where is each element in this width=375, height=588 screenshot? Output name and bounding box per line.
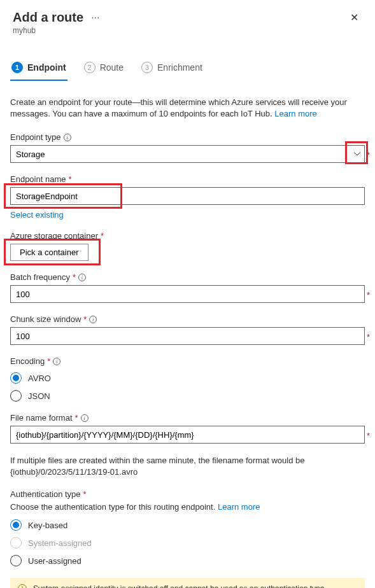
learn-more-link[interactable]: Learn more <box>274 109 316 118</box>
auth-key-based-radio[interactable]: Key-based <box>10 519 365 531</box>
tab-label: Endpoint <box>27 62 66 73</box>
batch-frequency-label: Batch frequency <box>10 272 70 282</box>
encoding-json-radio[interactable]: JSON <box>10 390 365 402</box>
auth-type-label: Authentication type <box>10 489 81 499</box>
step-number: 2 <box>84 62 96 73</box>
wizard-tabs: 1 Endpoint 2 Route 3 Enrichment <box>0 58 375 81</box>
hub-name: myhub <box>13 26 362 35</box>
chunk-size-label: Chunk size window <box>10 314 81 324</box>
info-icon[interactable]: i <box>81 414 88 422</box>
warning-banner: ! System-assigned identity is switched o… <box>10 578 365 588</box>
file-format-input[interactable] <box>10 426 365 444</box>
info-icon[interactable]: i <box>53 358 60 365</box>
file-format-note: If multiple files are created within the… <box>10 455 365 478</box>
endpoint-name-label: Endpoint name <box>10 174 66 184</box>
encoding-label: Encoding <box>10 356 45 366</box>
file-format-label: File name format <box>10 413 73 423</box>
endpoint-type-select[interactable]: Storage <box>10 145 365 163</box>
endpoint-type-label: Endpoint type <box>10 132 61 142</box>
tab-endpoint[interactable]: 1 Endpoint <box>10 58 67 81</box>
warning-text: System-assigned identity is switched off… <box>33 584 327 588</box>
radio-label: JSON <box>28 391 50 401</box>
auth-help-text: Choose the authentication type for this … <box>10 502 218 512</box>
step-number: 1 <box>11 62 23 73</box>
tab-enrichment[interactable]: 3 Enrichment <box>140 58 204 81</box>
auth-learn-more-link[interactable]: Learn more <box>218 502 260 512</box>
chunk-size-input[interactable] <box>10 327 365 345</box>
radio-label: Key-based <box>28 521 67 530</box>
panel-title: Add a route <box>13 10 83 25</box>
tab-label: Enrichment <box>157 62 202 73</box>
radio-label: System-assigned <box>28 538 92 548</box>
tab-label: Route <box>100 62 124 73</box>
tab-route[interactable]: 2 Route <box>83 58 125 81</box>
batch-frequency-input[interactable] <box>10 285 365 303</box>
warning-icon: ! <box>18 584 27 588</box>
info-icon[interactable]: i <box>78 274 86 281</box>
info-icon[interactable]: i <box>64 134 71 141</box>
info-icon[interactable]: i <box>89 316 97 323</box>
endpoint-name-input[interactable] <box>10 187 365 205</box>
auth-user-assigned-radio[interactable]: User-assigned <box>10 555 365 566</box>
storage-container-label: Azure storage container <box>10 231 98 241</box>
encoding-avro-radio[interactable]: AVRO <box>10 372 365 384</box>
auth-system-assigned-radio: System-assigned <box>10 537 365 549</box>
select-existing-link[interactable]: Select existing <box>10 210 64 220</box>
step-number: 3 <box>141 62 153 73</box>
more-menu[interactable]: ··· <box>91 12 99 24</box>
pick-container-button[interactable]: Pick a container <box>10 244 88 261</box>
close-button[interactable]: ✕ <box>350 11 358 24</box>
radio-label: User-assigned <box>28 556 81 566</box>
radio-label: AVRO <box>28 374 51 383</box>
intro-text: Create an endpoint for your route—this w… <box>10 97 365 120</box>
